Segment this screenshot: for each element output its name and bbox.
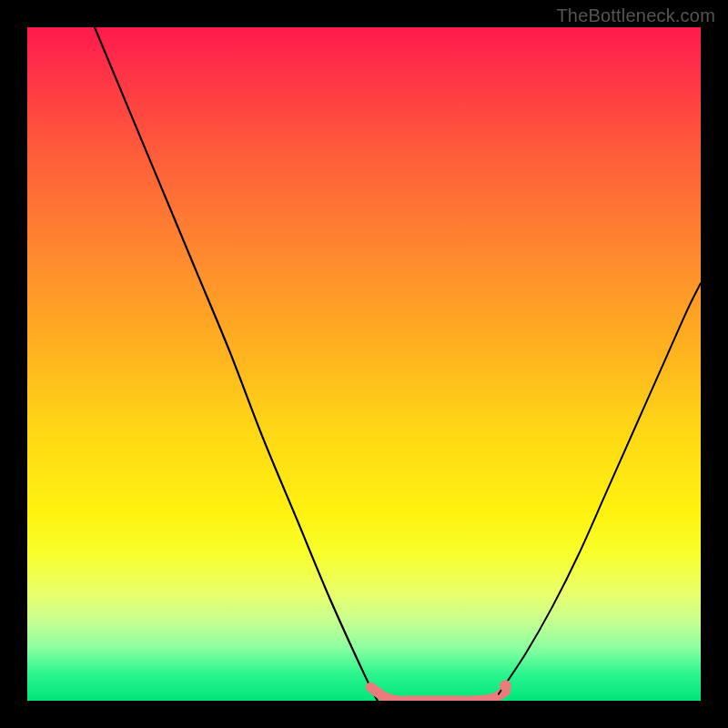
curve-svg [27, 27, 701, 701]
left-descending-curve [95, 27, 378, 701]
pink-dot [500, 681, 511, 692]
plot-area [27, 27, 701, 701]
valley-pink-segment [370, 687, 505, 701]
chart-container: TheBottleneck.com [0, 0, 728, 728]
right-ascending-curve [499, 283, 701, 693]
watermark-text: TheBottleneck.com [556, 5, 715, 26]
